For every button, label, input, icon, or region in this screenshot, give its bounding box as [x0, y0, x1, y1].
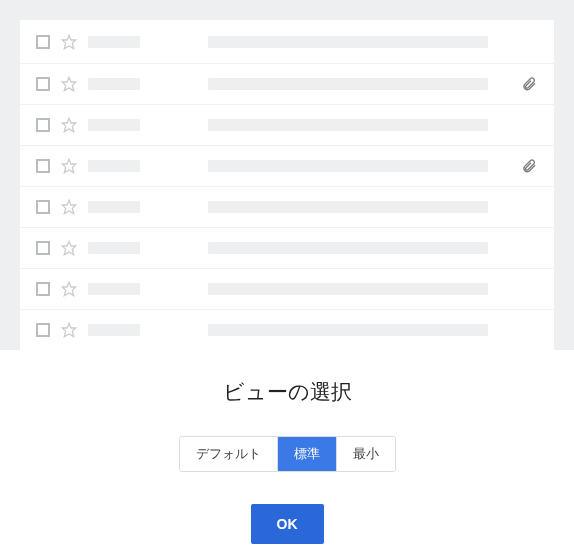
- sender-placeholder: [88, 78, 140, 90]
- subject-placeholder: [208, 242, 488, 254]
- density-standard-button[interactable]: 標準: [278, 437, 337, 471]
- sender-placeholder: [88, 36, 140, 48]
- svg-marker-3: [62, 159, 75, 172]
- checkbox[interactable]: [36, 200, 50, 214]
- subject-placeholder: [208, 78, 488, 90]
- checkbox[interactable]: [36, 77, 50, 91]
- checkbox[interactable]: [36, 323, 50, 337]
- star-icon[interactable]: [60, 198, 78, 216]
- sender-placeholder: [88, 324, 140, 336]
- star-icon[interactable]: [60, 116, 78, 134]
- checkbox[interactable]: [36, 159, 50, 173]
- list-item: [20, 228, 554, 269]
- email-list-preview: [0, 0, 574, 350]
- sender-placeholder: [88, 242, 140, 254]
- attachment-icon: [520, 76, 538, 92]
- star-icon[interactable]: [60, 280, 78, 298]
- list-item: [20, 20, 554, 64]
- sender-placeholder: [88, 160, 140, 172]
- svg-marker-2: [62, 118, 75, 131]
- svg-marker-4: [62, 200, 75, 213]
- svg-marker-0: [62, 35, 75, 48]
- subject-placeholder: [208, 201, 488, 213]
- view-select-dialog: ビューの選択 デフォルト 標準 最小 OK: [0, 350, 574, 544]
- svg-marker-7: [62, 323, 75, 336]
- dialog-title: ビューの選択: [0, 378, 574, 406]
- star-icon[interactable]: [60, 157, 78, 175]
- checkbox[interactable]: [36, 282, 50, 296]
- list-item: [20, 269, 554, 310]
- density-default-button[interactable]: デフォルト: [180, 437, 278, 471]
- star-icon[interactable]: [60, 33, 78, 51]
- list-item: [20, 105, 554, 146]
- subject-placeholder: [208, 324, 488, 336]
- list-item: [20, 187, 554, 228]
- checkbox[interactable]: [36, 118, 50, 132]
- sender-placeholder: [88, 283, 140, 295]
- ok-button[interactable]: OK: [251, 504, 324, 544]
- subject-placeholder: [208, 36, 488, 48]
- subject-placeholder: [208, 119, 488, 131]
- svg-marker-6: [62, 282, 75, 295]
- star-icon[interactable]: [60, 75, 78, 93]
- sender-placeholder: [88, 119, 140, 131]
- attachment-icon: [520, 158, 538, 174]
- checkbox[interactable]: [36, 35, 50, 49]
- list-item: [20, 146, 554, 187]
- svg-marker-1: [62, 77, 75, 90]
- svg-marker-5: [62, 241, 75, 254]
- list-item: [20, 64, 554, 105]
- sender-placeholder: [88, 201, 140, 213]
- star-icon[interactable]: [60, 239, 78, 257]
- checkbox[interactable]: [36, 241, 50, 255]
- subject-placeholder: [208, 283, 488, 295]
- density-compact-button[interactable]: 最小: [337, 437, 395, 471]
- density-segmented-control: デフォルト 標準 最小: [179, 436, 396, 472]
- star-icon[interactable]: [60, 321, 78, 339]
- subject-placeholder: [208, 160, 488, 172]
- list-item: [20, 310, 554, 350]
